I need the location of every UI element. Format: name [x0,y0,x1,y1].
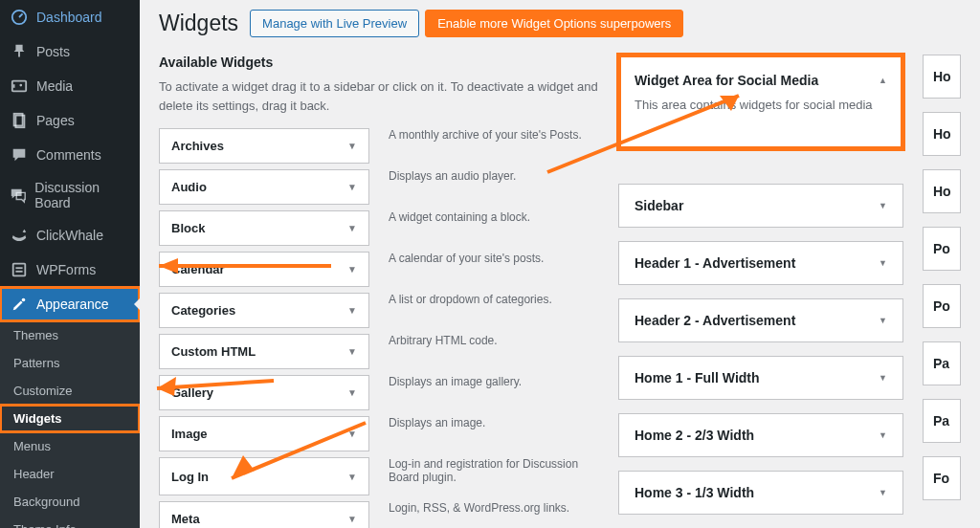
widget-log-in[interactable]: Log In▼ [159,457,369,495]
sidebar-item-label: Comments [36,147,101,163]
discuss-icon [10,186,27,205]
submenu-item-patterns[interactable]: Patterns [0,349,140,377]
comment-icon [10,145,29,165]
available-widgets-heading: Available Widgets [159,55,599,70]
widget-desc: Displays an image. [389,416,599,440]
caret-down-icon: ▼ [347,387,357,398]
widget-custom-html[interactable]: Custom HTML▼ [159,334,369,369]
caret-down-icon: ▼ [879,316,887,325]
widget-area-title: Sidebar [635,198,683,213]
sidebar-item-wpforms[interactable]: WPForms [0,253,140,287]
svg-line-1 [19,13,23,17]
widget-title: Image [171,427,208,441]
submenu-item-widgets[interactable]: Widgets [0,405,140,432]
sidebar-item-label: Appearance [36,297,109,312]
widget-area-home-1-full-width[interactable]: Home 1 - Full Width▼ [618,356,903,400]
svg-point-9 [22,298,26,302]
sidebar-item-media[interactable]: Media [0,69,140,103]
widget-categories[interactable]: Categories▼ [159,293,369,328]
submenu-item-menus[interactable]: Menus [0,432,140,460]
caret-down-icon: ▼ [347,346,357,357]
caret-down-icon: ▼ [879,201,887,210]
caret-down-icon: ▼ [347,472,357,482]
sidebar-item-label: Dashboard [36,10,102,25]
pin-icon [10,42,29,61]
widget-area-stub[interactable]: Ho [923,169,961,213]
live-preview-button[interactable]: Manage with Live Preview [250,10,419,37]
widget-desc: Arbitrary HTML code. [389,334,599,358]
media-icon [10,77,29,96]
widget-desc: A calendar of your site's posts. [389,252,599,275]
widget-area-stub[interactable]: Pa [923,341,961,385]
admin-sidebar: DashboardPostsMediaPagesCommentsDiscussi… [0,0,140,528]
whale-icon [10,226,29,245]
widget-desc: Displays an image gallery. [389,375,599,399]
page-title: Widgets [159,11,238,36]
widget-area-header-1-advertisement[interactable]: Header 1 - Advertisement▼ [618,241,903,285]
widget-image[interactable]: Image▼ [159,416,369,451]
widget-area-header-2-advertisement[interactable]: Header 2 - Advertisement▼ [618,298,903,342]
widget-title: Gallery [171,385,213,400]
widget-options-button[interactable]: Enable more Widget Options superpowers [425,10,683,37]
submenu-item-background[interactable]: Background [0,488,140,516]
sidebar-item-appearance[interactable]: Appearance [0,287,140,321]
widget-title: Meta [171,512,200,526]
sidebar-item-clickwhale[interactable]: ClickWhale [0,218,140,253]
widget-calendar[interactable]: Calendar▼ [159,252,369,287]
sidebar-item-label: Pages [36,113,75,128]
caret-down-icon: ▼ [347,182,357,192]
sidebar-item-dashboard[interactable]: Dashboard [0,0,140,34]
caret-down-icon: ▼ [879,373,887,383]
brush-icon [10,295,29,314]
widget-desc: Displays an audio player. [389,169,599,193]
sidebar-item-discussion-board[interactable]: Discussion Board [0,172,140,218]
widget-area-title: Home 2 - 2/3 Width [635,428,754,443]
sidebar-item-label: Discussion Board [34,180,130,210]
caret-down-icon: ▼ [347,305,357,316]
forms-icon [10,260,29,279]
widget-area-home-3-1-3-width[interactable]: Home 3 - 1/3 Width▼ [618,471,903,515]
widget-title: Categories [171,303,235,318]
widget-area-stub[interactable]: Po [923,284,961,328]
sidebar-item-pages[interactable]: Pages [0,103,140,138]
widget-area-stub[interactable]: Ho [923,112,961,156]
submenu-item-header[interactable]: Header [0,460,140,488]
widget-desc: A list or dropdown of categories. [389,293,599,317]
widget-area-title: Widget Area for Social Media [635,73,818,88]
sidebar-item-label: ClickWhale [36,228,103,243]
widget-title: Calendar [171,262,225,276]
widget-area-desc: This area contains widgets for social me… [635,98,887,112]
widget-area-stub[interactable]: Po [923,227,961,271]
widget-desc: Log-in and registration for Discussion B… [389,457,599,484]
caret-down-icon: ▼ [347,264,357,275]
sidebar-item-comments[interactable]: Comments [0,138,140,172]
widget-area-stub[interactable]: Pa [923,399,961,443]
widget-area-title: Home 3 - 1/3 Width [635,485,754,500]
sidebar-item-posts[interactable]: Posts [0,34,140,69]
widget-meta[interactable]: Meta▼ [159,501,369,528]
submenu-item-themes[interactable]: Themes [0,321,140,349]
submenu-item-customize[interactable]: Customize [0,377,140,405]
widget-archives[interactable]: Archives▼ [159,128,369,164]
widget-area-title: Header 2 - Advertisement [635,313,795,328]
widget-area-title: Header 1 - Advertisement [635,255,795,271]
available-widgets-desc: To activate a widget drag it to a sideba… [159,77,599,115]
widget-block[interactable]: Block▼ [159,210,369,246]
widget-area-sidebar[interactable]: Sidebar▼ [618,184,903,228]
caret-down-icon: ▼ [879,258,887,268]
widget-area-home-2-2-3-width[interactable]: Home 2 - 2/3 Width▼ [618,413,903,457]
caret-down-icon: ▼ [347,141,357,151]
content-area: Widgets Manage with Live Preview Enable … [140,0,980,528]
caret-down-icon: ▼ [347,514,357,524]
submenu-item-theme-info[interactable]: Theme Info [0,516,140,528]
widget-area-stub[interactable]: Ho [923,55,961,99]
widget-gallery[interactable]: Gallery▼ [159,375,369,410]
widget-area-social-media[interactable]: Widget Area for Social Media ▲ This area… [618,55,903,149]
widget-title: Custom HTML [171,344,256,359]
widget-title: Audio [171,180,207,194]
widget-audio[interactable]: Audio▼ [159,169,369,205]
widget-title: Log In [171,470,209,484]
widget-area-stub[interactable]: Fo [923,456,961,500]
caret-up-icon: ▲ [879,76,887,85]
caret-down-icon: ▼ [879,430,887,440]
